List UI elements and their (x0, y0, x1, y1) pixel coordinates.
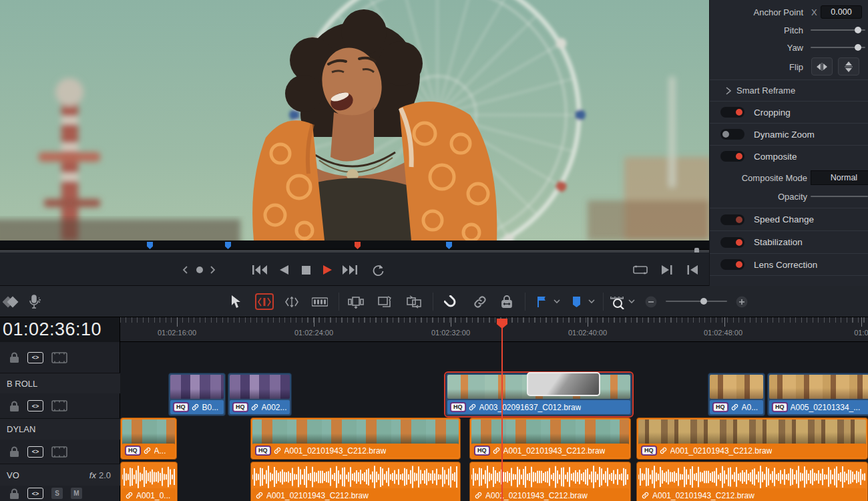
ruler-label: 01:02:24:00 (294, 329, 333, 337)
blade-edit-mode-icon[interactable] (311, 293, 329, 310)
timeline-ruler[interactable]: 01:02:16:00 01:02:24:00 01:02:32:00 01:0… (120, 317, 868, 342)
hq-badge: HQ (642, 446, 656, 455)
track-name-vo[interactable]: VO fx2.0 (0, 464, 120, 486)
timeline-clip[interactable]: HQ A001_02101943_C212.braw (636, 418, 868, 460)
hq-badge: HQ (256, 446, 270, 455)
composite-row: Composite (710, 146, 868, 167)
flag-dropdown-chevron-icon[interactable] (552, 293, 562, 310)
stop-button[interactable] (297, 262, 314, 278)
solo-button[interactable]: S (51, 488, 63, 499)
hq-badge: HQ (773, 403, 787, 411)
zoom-out-button[interactable] (642, 293, 660, 310)
lens-correction-toggle[interactable] (720, 259, 744, 270)
speed-change-toggle[interactable] (720, 214, 744, 225)
jog-forward-icon[interactable] (204, 262, 222, 278)
marker-icon[interactable] (568, 293, 585, 310)
trim-edit-mode-icon[interactable] (255, 293, 274, 310)
timeline-clip[interactable]: HQ A002... (228, 373, 292, 416)
track-name-broll[interactable]: B ROLL (0, 373, 120, 393)
filmstrip-icon[interactable] (51, 446, 67, 458)
lens-correction-label: Lens Correction (754, 260, 817, 270)
anchor-x-input[interactable]: 0.000 (821, 5, 862, 19)
auto-select-icon[interactable]: <> (27, 488, 43, 499)
viewer-scrub-strip[interactable] (0, 240, 709, 250)
loop-range-icon[interactable] (632, 262, 649, 278)
track-name-dylan[interactable]: DYLAN (0, 418, 120, 440)
timeline-zoom-tool-icon[interactable] (609, 293, 626, 310)
transitions-icon[interactable] (3, 293, 20, 310)
timeline-zoom-slider[interactable] (666, 301, 727, 302)
go-to-end-button[interactable] (341, 262, 359, 278)
smart-reframe-label: Smart Reframe (736, 86, 795, 96)
flip-label: Flip (716, 62, 803, 72)
auto-select-icon[interactable]: <> (27, 352, 43, 363)
timeline-audio-clip[interactable]: A001_02101943_C212.braw (250, 462, 461, 501)
smart-reframe-section[interactable]: Smart Reframe (710, 80, 868, 101)
lock-icon[interactable] (9, 352, 19, 363)
marker-flag-blue[interactable] (446, 242, 452, 249)
timeline-playhead-line (501, 319, 503, 501)
link-icon (469, 403, 476, 411)
marker-flag-blue[interactable] (147, 242, 153, 249)
timeline-clip[interactable]: HQ A005_02101334_... (767, 373, 868, 416)
track-headers: <> B ROLL <> DYLAN <> (0, 342, 120, 501)
edit-toolbar (0, 286, 868, 317)
zoom-dropdown-chevron-icon[interactable] (626, 293, 637, 310)
zoom-in-button[interactable] (733, 293, 750, 310)
mute-button[interactable]: M (71, 488, 82, 499)
opacity-slider[interactable] (811, 196, 868, 197)
timeline-clip[interactable]: HQ A... (120, 418, 177, 460)
lock-icon[interactable] (9, 446, 19, 457)
auto-select-icon[interactable]: <> (27, 446, 43, 458)
play-from-in-icon[interactable] (684, 262, 701, 278)
auto-select-icon[interactable]: <> (27, 400, 43, 411)
marker-flag-red[interactable] (355, 242, 361, 249)
timeline-audio-clip[interactable]: A001_02101943_C212.braw (636, 462, 868, 501)
play-button[interactable] (318, 262, 336, 278)
composite-mode-select[interactable]: Normal (811, 170, 868, 185)
timeline-audio-clip[interactable]: A001_0... (120, 462, 178, 501)
cropping-row: Cropping (710, 102, 868, 123)
filmstrip-icon[interactable] (51, 400, 67, 411)
snapping-magnet-icon[interactable] (442, 293, 459, 310)
voiceover-mic-icon[interactable] (27, 293, 44, 310)
lock-icon[interactable] (9, 488, 19, 499)
flag-icon[interactable] (533, 293, 550, 310)
yaw-slider[interactable] (811, 47, 865, 48)
go-to-start-button[interactable] (251, 262, 268, 278)
timeline-clip[interactable]: HQ A001_02101943_C212.braw (469, 418, 631, 460)
dynamic-zoom-toggle[interactable] (720, 129, 744, 140)
timeline-clip[interactable]: HQ A001_02101943_C212.braw (250, 418, 461, 460)
hq-badge: HQ (233, 403, 248, 411)
link-icon (192, 403, 199, 411)
track-header-v1-controls: <> (0, 393, 120, 418)
marker-dropdown-chevron-icon[interactable] (586, 293, 597, 310)
link-icon (731, 403, 738, 411)
dynamic-trim-mode-icon[interactable] (283, 293, 300, 310)
timeline-audio-clip[interactable]: A001_02101943_C212.braw (469, 462, 631, 501)
insert-clip-icon[interactable] (347, 293, 365, 310)
lock-icon[interactable] (9, 401, 19, 411)
filmstrip-icon[interactable] (51, 352, 67, 363)
timeline-clip[interactable]: HQ B0... (168, 373, 226, 416)
loop-playback-icon[interactable] (369, 262, 387, 278)
play-to-out-icon[interactable] (658, 262, 676, 278)
marker-flag-blue[interactable] (225, 242, 231, 249)
timeline-zoom-slider-handle[interactable] (700, 298, 707, 305)
flip-horizontal-button[interactable] (811, 57, 833, 75)
flip-vertical-button[interactable] (838, 57, 859, 75)
replace-clip-icon[interactable] (405, 293, 423, 310)
dynamic-zoom-label: Dynamic Zoom (754, 130, 815, 140)
play-reverse-button[interactable] (275, 262, 292, 278)
composite-toggle[interactable] (720, 151, 744, 162)
pitch-slider[interactable] (811, 29, 865, 31)
transition-handle[interactable] (527, 372, 600, 396)
selection-mode-icon[interactable] (227, 293, 244, 310)
position-lock-icon[interactable] (498, 293, 515, 310)
cropping-toggle[interactable] (720, 107, 744, 118)
stabilization-toggle[interactable] (720, 237, 744, 248)
video-viewer[interactable] (0, 0, 709, 240)
overwrite-clip-icon[interactable] (376, 293, 393, 310)
link-clips-icon[interactable] (471, 293, 489, 310)
timeline-clip[interactable]: HQ A0... (708, 373, 765, 416)
